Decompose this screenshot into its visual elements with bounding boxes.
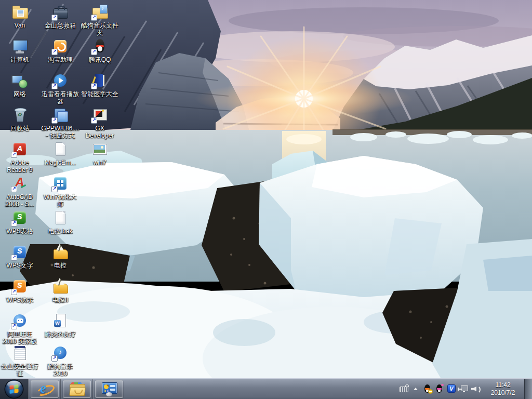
- tray-icons: [398, 379, 482, 399]
- shortcut-arrow-icon: [91, 117, 97, 124]
- win7-optimizer-icon: [51, 175, 69, 192]
- desktop-icon-pneumonia-diet-doc[interactable]: 肺炎的食疗: [41, 312, 80, 338]
- panel-dots: [104, 390, 106, 392]
- icon-part: [103, 75, 104, 86]
- icon-part: [56, 244, 64, 250]
- desktop-icon-diankong[interactable]: 电控: [41, 243, 80, 269]
- desktop-icon-van[interactable]: Van: [0, 3, 39, 29]
- icon-part: [58, 6, 65, 10]
- shortcut-arrow-icon: [11, 255, 17, 261]
- desktop-icon-label: 肺炎的食疗: [41, 330, 80, 338]
- icon-part: [17, 318, 23, 323]
- taskbar-pinned-windows-explorer[interactable]: [63, 380, 91, 398]
- input-method-keyboard-icon[interactable]: [399, 384, 409, 394]
- shortcut-arrow-icon: [51, 15, 58, 21]
- icon-part: [16, 51, 24, 54]
- taskbar-clock[interactable]: 11:42 2010/7/2: [486, 381, 520, 397]
- icon-part: [57, 111, 68, 122]
- windows-start-orb: [4, 379, 24, 399]
- desktop-icon-gx-developer[interactable]: GX Developer: [80, 106, 119, 139]
- desktop-icon-medical-encyclopedia[interactable]: 智能医学大全: [80, 72, 119, 98]
- icon-part: [96, 111, 102, 117]
- shortcut-arrow-icon: [51, 186, 58, 192]
- folder-front: [69, 387, 86, 396]
- word-document-icon: [51, 312, 69, 329]
- desktop-icon-aliwangwang[interactable]: 阿里旺旺 2010 卖家版: [0, 312, 39, 345]
- show-desktop-button[interactable]: [524, 379, 532, 399]
- desktop-icon-label: 金山急救箱: [41, 22, 80, 29]
- taskbar-separator: [92, 379, 94, 399]
- icon-part: [12, 6, 20, 9]
- desktop-icon-recycle-bin[interactable]: 回收站: [0, 106, 39, 132]
- show-hidden-icons-icon[interactable]: [411, 384, 421, 394]
- icon-part: [54, 284, 68, 294]
- taskbar-pinned-internet-explorer[interactable]: e: [31, 380, 59, 398]
- icon-part: [441, 384, 444, 386]
- desktop-icon-label: WPS表格: [0, 228, 39, 235]
- computer-icon: [11, 37, 29, 55]
- kingsoft-security-icon[interactable]: [447, 384, 457, 394]
- desktop-icon-label: Adobe Reader 9: [0, 159, 39, 174]
- desktop-icon-wps-spreadsheet[interactable]: WPS表格: [0, 209, 39, 235]
- shortcut-arrow-icon: [51, 355, 58, 362]
- desktop-icon-label: 电控.bak: [41, 228, 80, 235]
- gx-developer-icon: [91, 106, 109, 124]
- music-folder-icon: [91, 3, 109, 21]
- desktop-icon-label: win7: [80, 159, 119, 166]
- desktop-icon-magicem[interactable]: MagicEm...: [41, 140, 80, 166]
- desktop-icon-label: GX Developer: [80, 125, 119, 139]
- start-button[interactable]: [4, 379, 24, 399]
- desktop-icon-wps-presentation[interactable]: WPS演示: [0, 277, 39, 303]
- shortcut-arrow-icon: [11, 323, 17, 329]
- shortcut-arrow-icon: [91, 83, 97, 89]
- desktop-icon-kugou-2010[interactable]: 酷狗音乐 2010: [41, 344, 80, 377]
- icon-part: [19, 79, 28, 88]
- qq-penguin-icon: [91, 37, 109, 55]
- shortcut-arrow-icon: [51, 117, 58, 124]
- desktop-icon-xunlei-kankan-player[interactable]: 迅雷看看播放 器: [41, 72, 80, 105]
- clock-time: 11:42: [486, 381, 520, 389]
- desktop-icon-taobao-assistant[interactable]: 淘宝助理: [41, 37, 80, 63]
- taskbar-pinned-blue-panel-app[interactable]: [95, 380, 123, 398]
- panel-trackball: [106, 392, 112, 396]
- recycle-bin-icon: [11, 106, 29, 124]
- panel-bar: [110, 389, 115, 391]
- desktop-icon-computer[interactable]: 计算机: [0, 37, 39, 63]
- desktop-icon-wps-writer[interactable]: WPS文字: [0, 243, 39, 269]
- wps-spreadsheet-icon: [11, 209, 29, 227]
- icon-part: [94, 145, 105, 153]
- user-folder-icon: [11, 3, 29, 21]
- wps-writer-icon: [11, 243, 29, 261]
- shortcut-arrow-icon: [91, 15, 97, 21]
- desktop-icon-tencent-qq[interactable]: 腾讯QQ: [80, 37, 119, 63]
- desktop-icon-adobe-reader-9[interactable]: Adobe Reader 9: [0, 140, 39, 174]
- desktop-icon-autocad-2008[interactable]: AutoCAD 2008 - S...: [0, 175, 39, 208]
- network-status-icon[interactable]: [459, 384, 469, 394]
- icon-part: [461, 385, 468, 391]
- blue-book-icon: [91, 72, 109, 89]
- desktop-icon-win7-optimizer[interactable]: Win7优化大 师: [41, 175, 80, 208]
- icon-part: [56, 278, 64, 285]
- desktop-icon-label: 智能医学大全: [80, 90, 119, 98]
- stacked-windows-icon: [51, 106, 69, 124]
- qq-online-busy-icon[interactable]: [423, 384, 433, 394]
- desktop-icon-network[interactable]: 网络: [0, 72, 39, 98]
- icon-part: [15, 108, 26, 112]
- desktop-icon-label: 淘宝助理: [41, 56, 80, 63]
- blank-file-icon: [51, 209, 69, 227]
- desktop-icon-label: 酷狗音乐 2010: [41, 363, 80, 377]
- desktop-icon-win7-image[interactable]: win7: [80, 140, 119, 166]
- windows-desktop: Van计算机网络回收站Adobe Reader 9AutoCAD 2008 - …: [0, 0, 532, 399]
- desktop-icon-label: WPS文字: [0, 262, 39, 269]
- desktop-icon-kingsoft-pass[interactable]: 金山安全通行 证: [0, 344, 39, 377]
- desktop-icon-gppw-shortcut[interactable]: GPPW8.86.... - 快捷方式: [41, 106, 80, 139]
- qq-online-female-icon[interactable]: [435, 384, 445, 394]
- desktop-icon-diankong-2[interactable]: 电控II: [41, 277, 80, 303]
- icon-part: [400, 387, 408, 392]
- desktop-icon-diankong-bak[interactable]: 电控.bak: [41, 209, 80, 235]
- desktop-icon-kugou-music-folder[interactable]: 酷狗音乐文件 夹: [80, 3, 119, 36]
- panel-pie-chart: [104, 384, 109, 389]
- volume-icon[interactable]: [471, 384, 481, 394]
- desktop-icon-kingsoft-rescue-box[interactable]: 金山急救箱: [41, 3, 80, 29]
- icon-part: [414, 388, 418, 390]
